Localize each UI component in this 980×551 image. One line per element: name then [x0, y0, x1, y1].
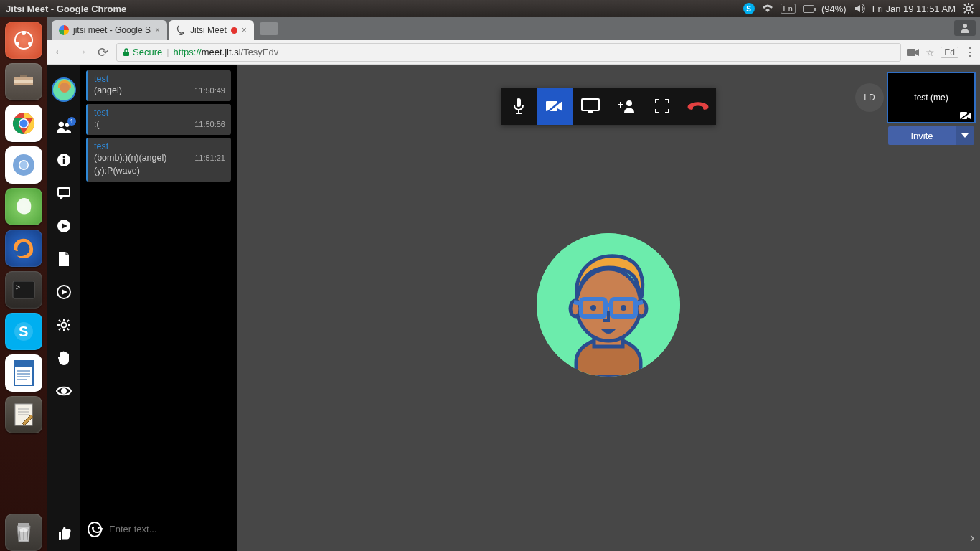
svg-point-51	[62, 323, 67, 328]
svg-rect-48	[58, 188, 70, 196]
svg-line-6	[971, 11, 973, 13]
youtube-share-button[interactable]	[56, 218, 72, 234]
chrome-profile-button[interactable]	[954, 20, 976, 36]
battery-icon	[803, 3, 814, 14]
message-sender: test	[94, 141, 225, 151]
camera-button[interactable]	[537, 88, 573, 125]
raise-hand-button[interactable]	[56, 350, 72, 366]
contacts-button[interactable]: 1	[56, 119, 72, 135]
participant-thumbnails: LD test (me)	[855, 73, 974, 122]
launcher-chrome-icon[interactable]	[5, 105, 42, 142]
launcher-spring-icon[interactable]	[5, 188, 42, 225]
jitsi-content: 1	[47, 65, 980, 551]
filmstrip-toggle-icon[interactable]: ›	[970, 530, 974, 545]
svg-point-11	[15, 42, 19, 46]
etherpad-button[interactable]	[56, 251, 72, 267]
svg-rect-42	[907, 49, 915, 56]
feedback-button[interactable]	[56, 525, 72, 541]
chat-input[interactable]	[109, 524, 230, 534]
svg-rect-61	[517, 98, 521, 107]
camera-off-icon	[960, 111, 971, 120]
keyboard-language-indicator[interactable]: En	[781, 4, 796, 14]
launcher-dash-icon[interactable]	[5, 22, 42, 59]
contacts-badge: 1	[67, 117, 76, 126]
new-tab-button[interactable]	[260, 22, 278, 35]
svg-point-0	[966, 6, 971, 11]
svg-point-39	[19, 528, 28, 532]
close-tab-icon[interactable]: ×	[242, 25, 247, 35]
svg-line-57	[67, 329, 70, 331]
message-sender: test	[94, 108, 225, 118]
svg-rect-41	[123, 52, 129, 56]
message-time: 11:50:56	[194, 120, 225, 128]
chat-message: test :( 11:50:56	[86, 104, 231, 135]
video-main: LD test (me) Invite ›	[237, 65, 980, 551]
settings-button[interactable]	[56, 317, 72, 333]
screen-share-button[interactable]	[573, 88, 608, 125]
svg-rect-65	[588, 111, 593, 113]
back-button[interactable]: ←	[52, 44, 67, 60]
battery-percent: (94%)	[821, 4, 847, 14]
skype-tray-icon[interactable]: S	[743, 3, 755, 14]
reload-button[interactable]: ⟳	[95, 44, 110, 60]
lock-icon	[123, 48, 130, 57]
tab-title: Jitsi Meet	[190, 25, 227, 35]
self-video-thumbnail[interactable]: test (me)	[888, 73, 974, 122]
tab-google-search[interactable]: jitsi meet - Google S ×	[52, 20, 167, 40]
wifi-icon[interactable]	[762, 3, 773, 14]
invite-dropdown-button[interactable]	[956, 126, 974, 145]
svg-point-60	[61, 388, 67, 394]
volume-icon[interactable]	[854, 3, 865, 14]
launcher-chromium-icon[interactable]	[5, 146, 42, 184]
svg-point-43	[59, 122, 64, 127]
bookmark-star-icon[interactable]: ☆	[925, 47, 935, 58]
launcher-texteditor-icon[interactable]	[5, 396, 42, 433]
svg-point-79	[590, 305, 596, 311]
jitsi-favicon-icon	[176, 25, 186, 35]
chrome-menu-button[interactable]: ⋮	[964, 45, 976, 59]
main-participant-avatar	[537, 233, 680, 377]
svg-point-46	[63, 156, 65, 159]
url-path: /TesyEdv	[241, 47, 279, 57]
record-button[interactable]	[56, 284, 72, 300]
clock[interactable]: Fri Jan 19 11:51 AM	[872, 4, 956, 14]
speaker-stats-button[interactable]	[56, 383, 72, 399]
local-avatar-icon[interactable]	[52, 77, 76, 102]
launcher-firefox-icon[interactable]	[5, 230, 42, 267]
mute-mic-button[interactable]	[501, 88, 537, 125]
svg-line-58	[59, 329, 61, 331]
info-button[interactable]	[56, 152, 72, 168]
recording-indicator-icon	[231, 27, 237, 34]
launcher-files-icon[interactable]	[5, 63, 42, 100]
invite-people-button[interactable]	[608, 88, 644, 125]
message-body: (bomb):)(n)(angel)(y):P(wave)	[94, 151, 191, 179]
svg-point-10	[22, 31, 26, 35]
settings-gear-icon[interactable]	[963, 3, 974, 14]
svg-point-19	[20, 120, 28, 128]
chat-message: test (bomb):)(n)(angel)(y):P(wave) 11:51…	[86, 138, 231, 182]
hangup-button[interactable]	[680, 88, 716, 125]
camera-extension-icon[interactable]	[907, 47, 920, 57]
chat-message: test (angel) 11:50:49	[86, 70, 231, 101]
svg-line-7	[964, 11, 966, 13]
chrome-window: jitsi meet - Google S × Jitsi Meet × ← →…	[47, 17, 980, 551]
close-tab-icon[interactable]: ×	[155, 25, 160, 35]
fullscreen-button[interactable]	[644, 88, 680, 125]
emoji-picker-icon[interactable]	[88, 522, 102, 537]
launcher-skype-icon[interactable]: S	[5, 313, 42, 350]
invite-button[interactable]: Invite	[888, 126, 956, 145]
launcher-trash-icon[interactable]	[5, 514, 42, 551]
svg-rect-15	[14, 83, 33, 85]
chat-button[interactable]	[56, 185, 72, 201]
svg-point-40	[963, 24, 967, 28]
omnibox[interactable]: Secure | https://meet.jit.si/TesyEdv	[116, 43, 901, 62]
profile-badge[interactable]: Ed	[941, 47, 958, 58]
svg-point-22	[20, 161, 28, 169]
window-title: Jitsi Meet - Google Chrome	[6, 4, 743, 14]
participant-avatar-ld[interactable]: LD	[855, 83, 884, 112]
launcher-terminal-icon[interactable]: >_	[5, 271, 42, 309]
tab-jitsi-meet[interactable]: Jitsi Meet ×	[169, 20, 254, 40]
svg-line-78	[636, 302, 643, 303]
launcher-writer-icon[interactable]	[5, 354, 42, 392]
secure-indicator[interactable]: Secure	[123, 47, 162, 57]
